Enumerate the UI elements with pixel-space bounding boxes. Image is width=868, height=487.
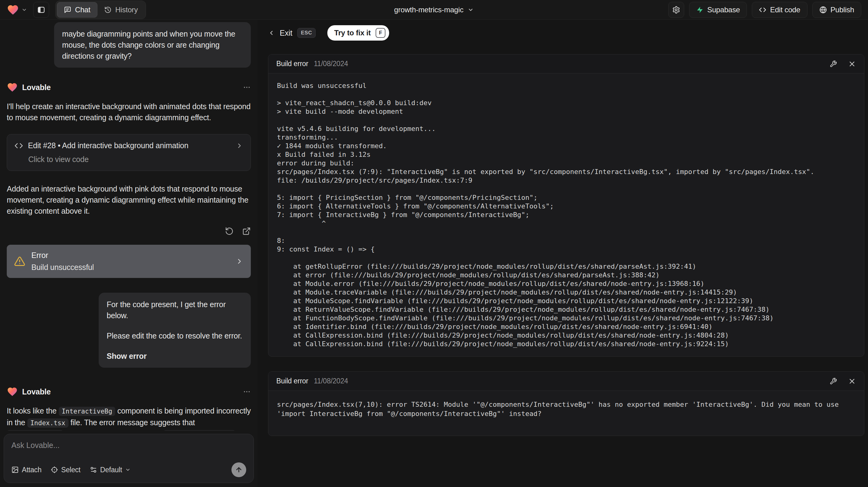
user-message: For the code present, I get the error be…: [99, 293, 251, 368]
supabase-bolt-icon: [696, 6, 704, 13]
inline-code: InteractiveBg.tsx: [163, 430, 236, 431]
user-message-line: For the code present, I get the error be…: [107, 299, 243, 321]
model-selector[interactable]: Default: [90, 466, 131, 474]
chevron-down-icon: [22, 7, 27, 12]
f-key-badge: F: [376, 28, 385, 38]
inline-code: InteractiveBg: [59, 407, 115, 416]
build-error-panel-2: Build error 11/08/2024 src/pages/Index.t…: [268, 371, 864, 436]
close-icon[interactable]: [848, 60, 856, 68]
globe-icon: [819, 6, 827, 13]
select-label: Select: [61, 466, 81, 474]
wrench-icon[interactable]: [830, 60, 837, 68]
exit-label: Exit: [280, 29, 292, 37]
message-actions: [7, 227, 251, 236]
lovable-heart-icon: [7, 4, 19, 16]
image-icon: [11, 466, 19, 474]
settings-button[interactable]: [668, 2, 684, 18]
assistant-name: Lovable: [22, 83, 51, 92]
assistant-paragraph: It looks like the InteractiveBg componen…: [7, 405, 251, 431]
warning-triangle-icon: [14, 256, 25, 267]
error-banner-subtitle: Build unsuccessful: [31, 263, 94, 272]
history-icon: [104, 6, 112, 13]
sidebar-panel-icon: [37, 6, 45, 14]
chat-panel: maybe diagramming points and when you mo…: [0, 20, 257, 487]
attach-button[interactable]: Attach: [11, 466, 41, 474]
lovable-heart-icon: [7, 386, 18, 397]
esc-key-badge: ESC: [297, 28, 316, 38]
target-icon: [51, 466, 58, 474]
sliders-icon: [90, 466, 97, 474]
edit-card-subtitle: Click to view code: [28, 155, 243, 164]
exit-button[interactable]: Exit ESC: [268, 28, 316, 38]
assistant-paragraph: I'll help create an interactive backgrou…: [7, 101, 251, 123]
chevron-left-icon: [268, 30, 275, 36]
assistant-paragraph: Added an interactive background with pin…: [7, 183, 251, 216]
tab-history-label: History: [115, 5, 138, 14]
build-log: src/pages/Index.tsx(7,10): error TS2614:…: [277, 400, 856, 419]
inline-code: Index.tsx: [27, 419, 68, 428]
sidebar-toggle-button[interactable]: [33, 2, 49, 18]
tab-chat[interactable]: Chat: [57, 2, 97, 18]
supabase-button[interactable]: Supabase: [689, 2, 747, 18]
lovable-logo-menu[interactable]: [7, 4, 27, 16]
chat-bubble-icon: [64, 6, 71, 13]
model-label: Default: [100, 466, 122, 474]
restore-icon[interactable]: [225, 227, 234, 236]
composer: Attach Select Default: [4, 434, 254, 483]
code-brackets-icon: [14, 142, 23, 150]
edit-code-label: Edit code: [770, 5, 800, 14]
assistant-message-header: Lovable: [7, 82, 251, 93]
chat-input[interactable]: [11, 441, 246, 457]
panel-title: Build error: [276, 60, 308, 68]
gear-icon: [672, 6, 680, 14]
more-options-icon[interactable]: [243, 388, 251, 396]
wrench-icon[interactable]: [830, 377, 837, 385]
publish-label: Publish: [831, 5, 854, 14]
try-to-fix-label: Try to fix it: [334, 29, 371, 37]
chevron-down-icon: [468, 7, 474, 13]
attach-label: Attach: [22, 466, 41, 474]
error-banner-title: Error: [31, 251, 94, 260]
build-error-banner[interactable]: Error Build unsuccessful: [7, 245, 251, 278]
chat-history-tabs: Chat History: [55, 1, 146, 19]
panel-date: 11/08/2024: [314, 377, 348, 385]
code-brackets-icon: [759, 6, 766, 13]
try-to-fix-button[interactable]: Try to fix it F: [327, 25, 389, 40]
preview-panel: Exit ESC Try to fix it F Build error 11/…: [257, 20, 868, 487]
chevron-right-icon: [236, 142, 243, 149]
build-log: Build was unsuccessful > vite_react_shad…: [277, 82, 856, 348]
open-external-icon[interactable]: [242, 227, 251, 236]
assistant-message-header: Lovable: [7, 386, 251, 397]
inline-code: InteractiveBg: [7, 430, 63, 431]
project-name: growth-metrics-magic: [394, 5, 463, 14]
topbar: Chat History growth-metrics-magic: [0, 0, 868, 20]
publish-button[interactable]: Publish: [812, 2, 861, 18]
chevron-down-icon: [125, 467, 131, 473]
send-button[interactable]: [231, 462, 246, 477]
edit-card-28[interactable]: Edit #28 • Add interactive background an…: [7, 134, 251, 171]
select-button[interactable]: Select: [51, 466, 81, 474]
build-error-panel-1: Build error 11/08/2024 Build was unsucce…: [268, 54, 864, 357]
project-selector[interactable]: growth-metrics-magic: [394, 5, 474, 14]
arrow-up-icon: [235, 466, 243, 474]
more-options-icon[interactable]: [243, 83, 251, 91]
user-message-line: Show error: [107, 351, 243, 362]
chevron-right-icon: [236, 257, 243, 265]
user-message-text: maybe diagramming points and when you mo…: [62, 30, 235, 60]
panel-title: Build error: [276, 377, 308, 385]
edit-code-button[interactable]: Edit code: [752, 2, 807, 18]
chat-message-list[interactable]: maybe diagramming points and when you mo…: [0, 20, 257, 431]
tab-chat-label: Chat: [75, 5, 90, 14]
tab-history[interactable]: History: [97, 2, 145, 18]
supabase-label: Supabase: [707, 5, 740, 14]
edit-card-title: Edit #28 • Add interactive background an…: [28, 141, 188, 150]
lovable-heart-icon: [7, 82, 18, 93]
assistant-name: Lovable: [22, 387, 51, 396]
user-message: maybe diagramming points and when you mo…: [54, 22, 251, 68]
user-message-line: Please edit the code to resolve the erro…: [107, 330, 243, 341]
panel-date: 11/08/2024: [314, 60, 348, 68]
close-icon[interactable]: [848, 377, 856, 385]
